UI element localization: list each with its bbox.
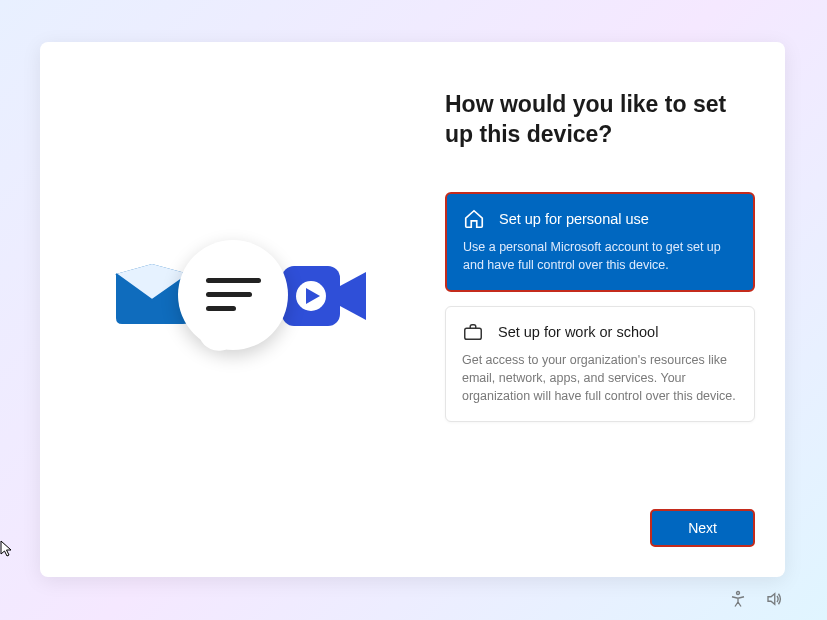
option-personal-use[interactable]: Set up for personal use Use a personal M… bbox=[445, 192, 755, 292]
chat-bubble-icon bbox=[178, 240, 288, 350]
home-icon bbox=[463, 208, 485, 230]
chat-lines bbox=[206, 278, 261, 311]
video-camera-icon bbox=[278, 258, 370, 336]
next-button[interactable]: Next bbox=[650, 509, 755, 547]
option-personal-description: Use a personal Microsoft account to get … bbox=[463, 238, 737, 274]
briefcase-icon bbox=[462, 321, 484, 343]
accessibility-icon[interactable] bbox=[729, 590, 747, 612]
option-work-school[interactable]: Set up for work or school Get access to … bbox=[445, 306, 755, 422]
content-pane: How would you like to set up this device… bbox=[440, 42, 785, 577]
volume-icon[interactable] bbox=[765, 590, 783, 612]
page-title: How would you like to set up this device… bbox=[445, 90, 755, 150]
svg-point-3 bbox=[737, 592, 740, 595]
mouse-cursor bbox=[0, 540, 14, 558]
svg-rect-2 bbox=[465, 328, 482, 339]
option-work-title: Set up for work or school bbox=[498, 324, 658, 340]
option-work-description: Get access to your organization's resour… bbox=[462, 351, 738, 405]
illustration-pane bbox=[40, 42, 440, 577]
setup-illustration bbox=[110, 240, 370, 380]
option-personal-title: Set up for personal use bbox=[499, 211, 649, 227]
footer: Next bbox=[445, 509, 755, 547]
system-tray bbox=[729, 590, 783, 612]
setup-window: How would you like to set up this device… bbox=[40, 42, 785, 577]
